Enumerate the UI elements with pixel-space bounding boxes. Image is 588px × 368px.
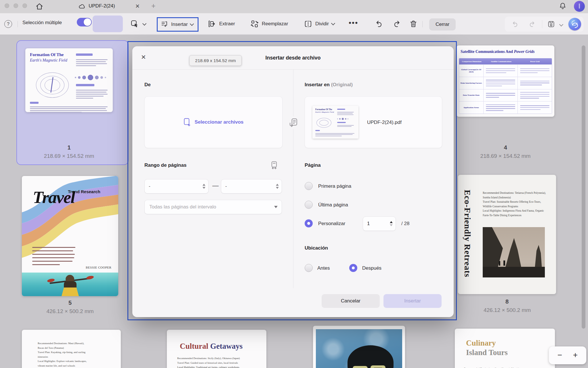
page-1-size: 218.69 × 154.52 mm (17, 153, 121, 159)
window-minimize-light[interactable] (14, 3, 18, 8)
tab-close-icon[interactable]: ✕ (135, 3, 140, 9)
text-lines (76, 89, 108, 100)
page-1-number: 1 (25, 144, 113, 151)
radio-first-page[interactable] (305, 182, 313, 190)
avatar-glyph (579, 3, 580, 9)
insert-in-section-label: Insertar en (Original) (305, 82, 353, 88)
page-11-thumbnail[interactable] (313, 326, 405, 368)
window-zoom-light[interactable] (22, 3, 27, 8)
page-5-thumbnail[interactable]: Trend Research Travel BESSIE COOPER (22, 176, 118, 296)
target-file-card: Formation Of The Earth's Magnetic Field (305, 96, 442, 148)
radio-last-page-label[interactable]: Última página (318, 202, 348, 208)
zoom-out-button[interactable]: − (554, 349, 566, 361)
replace-label: Reemplazar (262, 21, 288, 27)
insert-pages-icon (161, 20, 169, 28)
page-12-thumbnail[interactable]: Culinary Island Tours Recommended Destin… (455, 329, 555, 368)
custom-page-spinner[interactable] (390, 221, 396, 226)
vertical-scrollbar[interactable] (582, 45, 585, 329)
help-button[interactable]: ? (4, 20, 12, 28)
user-avatar[interactable] (574, 1, 585, 12)
toggle-knob (84, 18, 91, 26)
panel-divider (542, 20, 542, 28)
save-icon (547, 20, 555, 28)
section-chip (76, 53, 93, 56)
insert-label: Insertar (171, 22, 188, 27)
new-tab-icon[interactable]: + (151, 2, 156, 10)
notifications-button[interactable] (559, 2, 567, 10)
page-section-label: Página (305, 162, 321, 168)
radio-before[interactable] (305, 264, 313, 272)
zoom-controls: − + (549, 346, 586, 364)
table-header: Satellite Communications (484, 58, 518, 64)
page10-title-accent: Cultural (180, 342, 208, 350)
window-close-light[interactable] (5, 3, 9, 8)
table-row-label: Application Areas (459, 101, 483, 114)
chevron-down-icon (331, 21, 335, 25)
multi-select-toggle[interactable] (77, 18, 92, 26)
range-scope-value: Todas las páginas del intervalo (145, 204, 274, 210)
more-tools-button[interactable]: ••• (349, 18, 358, 27)
undo-button[interactable] (375, 20, 383, 28)
split-tool-button[interactable]: Dividir (304, 20, 335, 28)
range-to-spinner[interactable] (276, 184, 282, 189)
tab-title[interactable]: UPDF-2(24) (89, 3, 115, 9)
page-10-thumbnail[interactable]: Cultural Getaways Recommended Destinatio… (167, 330, 266, 368)
page10-title-rest: Getaways (210, 342, 243, 350)
redo-icon (528, 20, 536, 28)
radio-custom-page[interactable] (305, 219, 313, 227)
planets-diagram (75, 74, 109, 81)
page-4-size: 218.69 × 154.52 mm (449, 153, 562, 159)
underwater-photo (316, 329, 402, 368)
radio-last-page[interactable] (305, 201, 313, 209)
page-8-thumbnail[interactable]: Eco-Friendly Retreats Recommended Destin… (458, 175, 556, 294)
select-files-dropzone[interactable]: Seleccionar archivos (144, 96, 282, 148)
ai-assistant-button[interactable] (568, 18, 581, 30)
select-cursor-icon (130, 20, 140, 29)
page-4-thumbnail[interactable]: Satellite Communications And Power Grids… (457, 45, 554, 117)
page12-title-accent: Culinary (466, 338, 508, 348)
trash-icon (409, 20, 418, 28)
custom-page-input[interactable]: 1 (363, 216, 396, 231)
radio-before-label[interactable]: Antes (317, 265, 330, 271)
page5-body-lines (32, 244, 75, 268)
close-label: Cerrar (436, 22, 449, 27)
page-9-thumbnail[interactable]: Recommended Destinations: Maui (Hawaii),… (22, 330, 121, 368)
redo-button[interactable] (392, 20, 401, 28)
save-button[interactable] (547, 20, 555, 28)
redo-icon (392, 20, 401, 28)
replace-tool-button[interactable]: Reemplazar (250, 20, 288, 28)
page-1-thumbnail[interactable]: Formation Of The Earth's Magnetic Field (25, 48, 113, 112)
radio-first-page-label[interactable]: Primera página (318, 183, 351, 189)
radio-after-label[interactable]: Después (362, 265, 381, 271)
range-from-spinner[interactable] (203, 184, 208, 189)
delete-pages-button[interactable] (409, 20, 418, 28)
range-scope-dropdown[interactable]: Todas las páginas del intervalo (144, 200, 282, 214)
sea-stacks-photo (483, 227, 545, 277)
page5-author: BESSIE COOPER (86, 266, 111, 269)
range-dash: — (212, 182, 219, 189)
undo-secondary-button[interactable] (511, 20, 519, 28)
range-from-input[interactable]: - (144, 179, 209, 193)
from-section-label: De (144, 82, 151, 88)
cloud-sync-icon (78, 3, 86, 10)
column-divider (293, 70, 293, 288)
extract-tool-button[interactable]: Extraer (208, 20, 235, 28)
range-to-input[interactable]: - (221, 179, 282, 193)
title-bar: UPDF-2(24) ✕ + (0, 0, 588, 13)
insert-tool-button[interactable]: Insertar (157, 17, 198, 32)
location-section-label: Ubicación (305, 245, 328, 251)
home-button[interactable] (35, 2, 44, 11)
chevron-down-icon (142, 22, 146, 26)
chevron-down-icon (559, 22, 563, 26)
insert-confirm-button[interactable]: Insertar (383, 294, 442, 308)
range-from-value: - (145, 183, 203, 189)
close-mode-button[interactable]: Cerrar (429, 18, 456, 30)
zoom-in-button[interactable]: + (570, 349, 581, 361)
redo-secondary-button[interactable] (528, 20, 536, 28)
updf-app-window: UPDF-2(24) ✕ + ? Selección múltiple (0, 0, 588, 368)
select-tool-button[interactable] (130, 20, 146, 29)
radio-custom-label[interactable]: Personalizar (318, 221, 345, 227)
main-toolbar: ? Selección múltiple Insertar (0, 13, 588, 35)
cancel-button[interactable]: Cancelar (322, 294, 380, 308)
radio-after[interactable] (349, 264, 357, 272)
